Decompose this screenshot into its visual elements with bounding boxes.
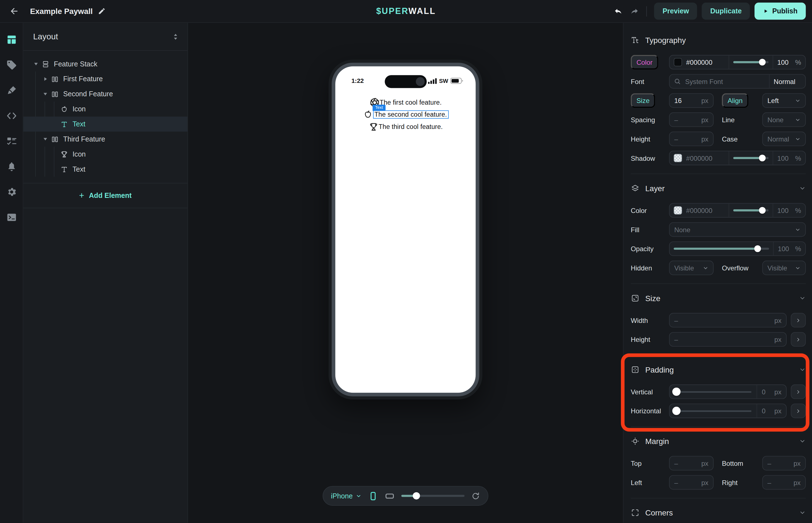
sidebar-item-console[interactable] bbox=[0, 204, 23, 230]
padding-vertical-slider[interactable] bbox=[669, 385, 756, 398]
feature-text[interactable]: The first cool feature. bbox=[380, 99, 442, 106]
shadow-control[interactable]: #000000 100% bbox=[669, 151, 806, 165]
slider-knob[interactable] bbox=[672, 387, 681, 396]
feature-row[interactable]: TextThe second cool feature. bbox=[363, 109, 448, 121]
layer-color-opacity-slider[interactable] bbox=[733, 207, 769, 214]
margin-left-input[interactable]: –px bbox=[669, 475, 714, 489]
align-select[interactable]: Left bbox=[762, 93, 806, 108]
feature-text[interactable]: The third cool feature. bbox=[379, 123, 443, 130]
collapse-chevron-icon[interactable] bbox=[799, 509, 806, 516]
sidebar-item-layout[interactable] bbox=[0, 27, 23, 52]
typography-color-opacity-slider[interactable] bbox=[733, 59, 769, 66]
caret-down-icon[interactable] bbox=[41, 90, 49, 98]
back-button[interactable] bbox=[7, 4, 21, 18]
trophy-icon[interactable] bbox=[368, 122, 379, 132]
typography-color-chip[interactable]: Color bbox=[631, 55, 658, 70]
layer-color-control[interactable]: #000000 100% bbox=[669, 203, 806, 218]
width-input[interactable]: –px bbox=[669, 313, 787, 327]
portrait-toggle[interactable] bbox=[368, 491, 378, 501]
add-element-button[interactable]: + Add Element bbox=[23, 183, 188, 208]
apple-icon[interactable] bbox=[363, 109, 373, 120]
tree-item-third-feature[interactable]: Third Feature bbox=[23, 132, 188, 147]
height-input[interactable]: –px bbox=[669, 332, 787, 347]
font-size-chip[interactable]: Size bbox=[631, 93, 655, 108]
padding-horizontal-control[interactable]: 0px bbox=[669, 403, 787, 418]
duplicate-button[interactable]: Duplicate bbox=[702, 2, 750, 20]
tree-item-text[interactable]: Text bbox=[23, 162, 188, 177]
redo-button[interactable] bbox=[629, 6, 639, 16]
align-chip[interactable]: Align bbox=[722, 93, 749, 108]
padding-vertical-expand-button[interactable] bbox=[791, 384, 806, 399]
sidebar-item-tags[interactable] bbox=[0, 52, 23, 78]
font-control[interactable]: Normal bbox=[669, 74, 806, 89]
undo-button[interactable] bbox=[614, 6, 624, 16]
font-size-input[interactable]: 16px bbox=[669, 93, 714, 108]
edit-title-icon[interactable] bbox=[98, 7, 106, 15]
tree-item-text[interactable]: Text bbox=[23, 117, 188, 132]
overflow-select[interactable]: Visible bbox=[762, 261, 806, 275]
sidebar-item-notifications[interactable] bbox=[0, 154, 23, 179]
sidebar-item-experiments[interactable] bbox=[0, 128, 23, 154]
margin-top-input[interactable]: –px bbox=[669, 456, 714, 471]
fill-label: Fill bbox=[631, 226, 669, 234]
line-height-input[interactable]: –px bbox=[669, 132, 714, 146]
letter-spacing-input[interactable]: –px bbox=[669, 112, 714, 127]
width-expand-button[interactable] bbox=[791, 313, 806, 327]
caret-down-icon[interactable] bbox=[41, 136, 49, 143]
padding-vertical-control[interactable]: 0px bbox=[669, 384, 787, 399]
sidebar-item-settings[interactable] bbox=[0, 179, 23, 204]
color-hex-value[interactable]: #000000 bbox=[686, 58, 713, 66]
layer-color-label: Color bbox=[631, 206, 669, 214]
collapse-chevron-icon[interactable] bbox=[799, 294, 806, 301]
shadow-opacity-slider[interactable] bbox=[733, 154, 769, 162]
fill-select[interactable]: None bbox=[669, 222, 806, 237]
zoom-slider-knob[interactable] bbox=[413, 492, 420, 500]
tree-item-second-feature[interactable]: Second Feature bbox=[23, 87, 188, 102]
margin-right-input[interactable]: –px bbox=[762, 475, 806, 489]
sidebar-item-code[interactable] bbox=[0, 103, 23, 128]
phone-screen[interactable]: 1:22 SW The first cool feature.T bbox=[335, 67, 476, 393]
preview-button[interactable]: Preview bbox=[654, 2, 697, 20]
color-swatch[interactable] bbox=[673, 58, 682, 67]
opacity-value[interactable]: 100 bbox=[777, 58, 789, 66]
layer-color-swatch[interactable] bbox=[673, 206, 682, 215]
tree-item-icon[interactable]: Icon bbox=[23, 146, 188, 162]
chevron-down-icon bbox=[795, 265, 800, 271]
checklist-icon bbox=[6, 136, 17, 146]
padding-horizontal-expand-button[interactable] bbox=[791, 403, 806, 418]
tree-item-feature-stack[interactable]: Feature Stack bbox=[23, 56, 188, 71]
line-select[interactable]: None bbox=[762, 112, 806, 127]
font-search-input[interactable] bbox=[685, 77, 765, 85]
height-expand-button[interactable] bbox=[791, 332, 806, 347]
opacity-control[interactable]: 100% bbox=[669, 241, 806, 256]
selected-text-element[interactable]: TextThe second cool feature. bbox=[373, 110, 448, 119]
publish-button[interactable]: Publish bbox=[755, 2, 806, 20]
arrow-left-icon bbox=[9, 6, 19, 16]
opacity-slider[interactable] bbox=[673, 245, 769, 252]
sort-icon[interactable] bbox=[172, 33, 179, 40]
padding-horizontal-slider[interactable] bbox=[669, 404, 756, 417]
canvas: 1:22 SW The first cool feature.T bbox=[188, 23, 623, 523]
typography-color-control[interactable]: #000000 100% bbox=[669, 55, 806, 70]
tree-item-icon[interactable]: Icon bbox=[23, 102, 188, 117]
shadow-color-swatch[interactable] bbox=[673, 154, 682, 162]
feature-row[interactable]: The third cool feature. bbox=[368, 121, 443, 133]
case-select[interactable]: Normal bbox=[762, 132, 806, 146]
slider-knob[interactable] bbox=[672, 407, 681, 415]
collapse-chevron-icon[interactable] bbox=[799, 438, 806, 444]
device-selector[interactable]: iPhone bbox=[331, 492, 362, 500]
margin-bottom-input[interactable]: –px bbox=[762, 456, 806, 471]
font-weight-select[interactable]: Normal bbox=[769, 74, 805, 88]
feature-list: The first cool feature.TextThe second co… bbox=[335, 96, 476, 133]
collapse-chevron-icon[interactable] bbox=[799, 185, 806, 192]
refresh-button[interactable] bbox=[471, 491, 480, 500]
caret-down-icon[interactable] bbox=[32, 60, 39, 68]
tree-item-first-feature[interactable]: First Feature bbox=[23, 71, 188, 87]
caret-right-icon[interactable] bbox=[41, 75, 49, 83]
collapse-chevron-icon[interactable] bbox=[799, 366, 806, 373]
hidden-select[interactable]: Visible bbox=[669, 261, 714, 275]
sidebar-item-theme[interactable] bbox=[0, 77, 23, 103]
zoom-slider[interactable] bbox=[401, 492, 464, 500]
section-layer: Layer Color #000000 100% Fill None Opaci… bbox=[631, 174, 806, 284]
landscape-toggle[interactable] bbox=[385, 491, 394, 501]
